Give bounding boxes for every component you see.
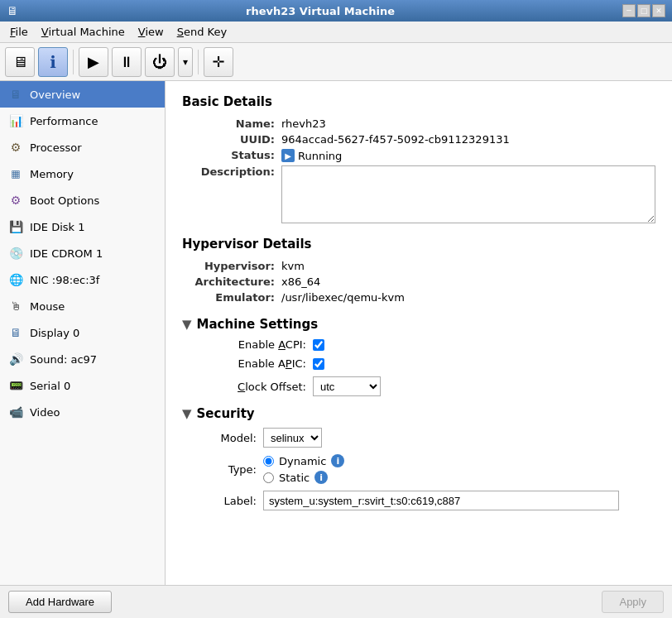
basic-details-title: Basic Details [182, 94, 655, 109]
sidebar-label-performance: Performance [30, 115, 98, 127]
sidebar-item-overview[interactable]: 🖥 Overview [0, 81, 165, 108]
video-icon: 📹 [7, 403, 25, 421]
toolbar-screen-button[interactable]: 🖥 [5, 47, 35, 77]
content-area: Basic Details Name: rhevh23 UUID: 964acc… [166, 81, 672, 585]
sidebar-item-ide-cdrom-1[interactable]: 💿 IDE CDROM 1 [0, 240, 165, 266]
type-row: Type: Dynamic i Static i [199, 454, 655, 484]
description-label: Description: [190, 165, 281, 178]
dynamic-label: Dynamic [279, 455, 326, 467]
type-label: Type: [199, 463, 257, 476]
display-icon: 🖥 [7, 323, 25, 342]
sidebar: 🖥 Overview 📊 Performance ⚙ Processor ▦ M… [0, 81, 166, 585]
label-label: Label: [199, 495, 257, 507]
titlebar-controls: ─ □ ✕ [622, 4, 665, 17]
window-title: rhevh23 Virtual Machine [18, 5, 622, 17]
close-button[interactable]: ✕ [652, 4, 665, 17]
main-layout: 🖥 Overview 📊 Performance ⚙ Processor ▦ M… [0, 81, 672, 585]
ide-cdrom-icon: 💿 [7, 244, 25, 262]
emulator-value: /usr/libexec/qemu-kvm [281, 291, 405, 304]
bottom-bar: Add Hardware Apply [0, 585, 672, 618]
sidebar-label-nic: NIC :98:ec:3f [30, 274, 99, 286]
sidebar-item-boot-options[interactable]: ⚙ Boot Options [0, 187, 165, 213]
machine-settings-title: Machine Settings [197, 317, 319, 332]
clock-offset-row: Clock Offset: utc localtime [199, 376, 655, 396]
description-row: Description: [190, 165, 655, 223]
enable-apic-row: Enable APIC: [199, 357, 655, 370]
nic-icon: 🌐 [7, 271, 25, 289]
dynamic-radio[interactable] [263, 456, 274, 467]
sidebar-item-sound[interactable]: 🔊 Sound: ac97 [0, 346, 165, 372]
menu-file[interactable]: File [3, 23, 35, 41]
static-info-icon[interactable]: i [314, 471, 328, 484]
security-arrow[interactable]: ▼ [182, 406, 192, 421]
emulator-label: Emulator: [190, 291, 281, 304]
memory-icon: ▦ [7, 165, 25, 183]
add-hardware-button[interactable]: Add Hardware [8, 591, 112, 613]
uuid-value: 964accad-5627-f457-5092-cb9112329131 [281, 133, 510, 146]
static-label: Static [279, 472, 310, 484]
clock-offset-label: Clock Offset: [199, 381, 306, 393]
sidebar-label-boot-options: Boot Options [30, 194, 99, 207]
sidebar-item-performance[interactable]: 📊 Performance [0, 108, 165, 134]
clock-offset-select[interactable]: utc localtime [313, 376, 381, 396]
label-row: Label: [199, 491, 655, 510]
sidebar-label-mouse: Mouse [30, 300, 65, 313]
ide-disk-icon: 💾 [7, 218, 25, 236]
sidebar-item-memory[interactable]: ▦ Memory [0, 160, 165, 187]
status-text: Running [298, 150, 342, 162]
enable-apic-checkbox[interactable] [313, 358, 324, 370]
toolbar-move-button[interactable]: ✛ [204, 47, 233, 77]
sidebar-label-processor: Processor [30, 141, 82, 154]
status-label: Status: [190, 149, 281, 161]
model-select[interactable]: selinux none dac [263, 428, 322, 448]
menubar: File Virtual Machine View Send Key [0, 22, 672, 43]
sidebar-item-mouse[interactable]: 🖱 Mouse [0, 293, 165, 319]
toolbar-play-button[interactable]: ▶ [79, 47, 108, 77]
sidebar-label-ide-cdrom-1: IDE CDROM 1 [30, 247, 103, 260]
dynamic-info-icon[interactable]: i [331, 454, 344, 467]
hypervisor-value: kvm [281, 260, 305, 272]
model-label: Model: [199, 432, 257, 444]
toolbar: 🖥 ℹ ▶ ⏸ ⏻ ▾ ✛ [0, 43, 672, 81]
toolbar-pause-button[interactable]: ⏸ [112, 47, 142, 77]
processor-icon: ⚙ [7, 138, 25, 156]
apply-button[interactable]: Apply [602, 591, 664, 613]
status-value: ▶ Running [281, 149, 342, 162]
enable-acpi-label: Enable ACPI: [199, 338, 306, 351]
menu-view[interactable]: View [132, 23, 170, 41]
basic-details-table: Name: rhevh23 UUID: 964accad-5627-f457-5… [190, 117, 655, 223]
enable-acpi-checkbox[interactable] [313, 339, 324, 351]
sidebar-item-video[interactable]: 📹 Video [0, 399, 165, 425]
toolbar-power-dropdown[interactable]: ▾ [178, 47, 193, 77]
titlebar-icon: 🖥 [7, 4, 18, 17]
sidebar-item-serial-0[interactable]: 📟 Serial 0 [0, 372, 165, 399]
model-row: Model: selinux none dac [199, 428, 655, 448]
sidebar-label-video: Video [30, 406, 60, 419]
menu-send-key[interactable]: Send Key [170, 23, 233, 41]
type-radio-group: Dynamic i Static i [263, 454, 344, 484]
sidebar-item-nic[interactable]: 🌐 NIC :98:ec:3f [0, 266, 165, 293]
machine-settings-divider: ▼ Machine Settings [182, 317, 655, 332]
status-row: Status: ▶ Running [190, 149, 655, 162]
label-input[interactable] [263, 491, 619, 510]
sidebar-item-display-0[interactable]: 🖥 Display 0 [0, 319, 165, 346]
sidebar-item-ide-disk-1[interactable]: 💾 IDE Disk 1 [0, 213, 165, 240]
emulator-row: Emulator: /usr/libexec/qemu-kvm [190, 291, 655, 304]
sidebar-item-processor[interactable]: ⚙ Processor [0, 134, 165, 160]
sidebar-label-memory: Memory [30, 168, 74, 180]
static-radio[interactable] [263, 472, 274, 483]
toolbar-power-button[interactable]: ⏻ [145, 47, 175, 77]
description-input[interactable] [281, 165, 655, 223]
dynamic-radio-row: Dynamic i [263, 454, 344, 467]
name-label: Name: [190, 117, 281, 130]
architecture-label: Architecture: [190, 275, 281, 288]
menu-virtual-machine[interactable]: Virtual Machine [35, 23, 132, 41]
toolbar-info-button[interactable]: ℹ [38, 47, 68, 77]
minimize-button[interactable]: ─ [622, 4, 636, 17]
uuid-label: UUID: [190, 133, 281, 146]
sidebar-label-overview: Overview [30, 89, 80, 101]
titlebar: 🖥 rhevh23 Virtual Machine ─ □ ✕ [0, 0, 672, 22]
maximize-button[interactable]: □ [637, 4, 650, 17]
machine-settings-arrow[interactable]: ▼ [182, 317, 192, 332]
sidebar-label-sound: Sound: ac97 [30, 353, 97, 366]
